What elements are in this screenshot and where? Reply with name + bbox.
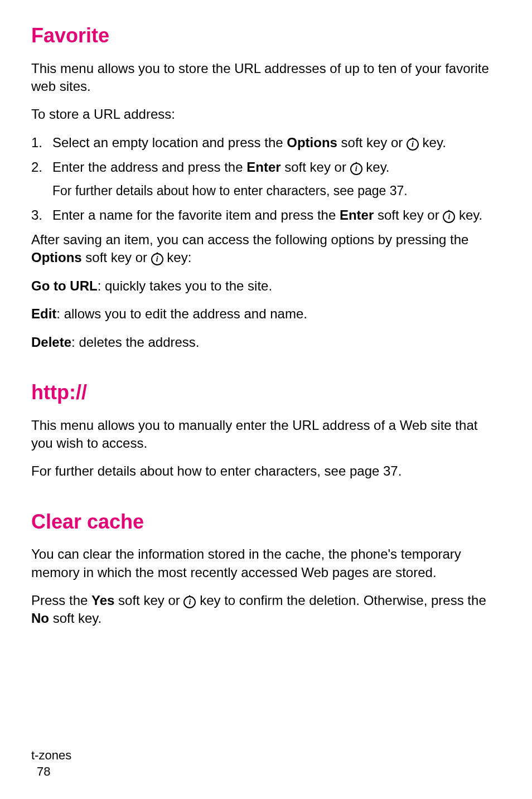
bold-options: Options bbox=[31, 250, 82, 265]
heading-clear-cache: Clear cache bbox=[31, 509, 501, 536]
favorite-intro: This menu allows you to store the URL ad… bbox=[31, 60, 501, 96]
option-desc: : deletes the address. bbox=[71, 335, 199, 350]
step-body: Enter a name for the favorite item and p… bbox=[52, 206, 501, 224]
clear-p1: You can clear the information stored in … bbox=[31, 545, 501, 582]
text: soft key or bbox=[281, 159, 350, 175]
text: Enter the address and press the bbox=[52, 159, 246, 175]
text: key: bbox=[163, 250, 192, 265]
clear-p2: Press the Yes soft key or i key to confi… bbox=[31, 592, 501, 628]
info-key-icon: i bbox=[151, 253, 163, 265]
step-body: Enter the address and press the Enter so… bbox=[52, 158, 501, 199]
step-body: Select an empty location and press the O… bbox=[52, 134, 501, 152]
step-1: 1. Select an empty location and press th… bbox=[31, 134, 501, 152]
text: soft key or bbox=[337, 135, 407, 150]
bold-enter: Enter bbox=[246, 159, 280, 175]
option-desc: : allows you to edit the address and nam… bbox=[56, 306, 307, 321]
step-3: 3. Enter a name for the favorite item an… bbox=[31, 206, 501, 224]
page-number: 78 bbox=[37, 763, 71, 780]
text: After saving an item, you can access the… bbox=[31, 232, 468, 247]
info-key-icon: i bbox=[350, 163, 362, 175]
option-edit: Edit: allows you to edit the address and… bbox=[31, 305, 501, 323]
text: soft key. bbox=[49, 611, 101, 626]
bold-yes: Yes bbox=[91, 593, 114, 608]
option-go-to-url: Go to URL: quickly takes you to the site… bbox=[31, 277, 501, 295]
option-label: Edit bbox=[31, 306, 56, 321]
text: key to confirm the deletion. Otherwise, … bbox=[196, 593, 486, 608]
option-desc: : quickly takes you to the site. bbox=[98, 278, 273, 293]
step-num: 1. bbox=[31, 134, 52, 152]
bold-options: Options bbox=[287, 135, 337, 150]
text: key. bbox=[362, 159, 390, 175]
http-p1: This menu allows you to manually enter t… bbox=[31, 417, 501, 453]
text: Enter a name for the favorite item and p… bbox=[52, 207, 340, 222]
info-key-icon: i bbox=[407, 138, 419, 151]
bold-enter: Enter bbox=[340, 207, 374, 222]
text: soft key or bbox=[82, 250, 151, 265]
text: Select an empty location and press the bbox=[52, 135, 287, 150]
text: key. bbox=[455, 207, 482, 222]
option-delete: Delete: deletes the address. bbox=[31, 333, 501, 351]
text: soft key or bbox=[114, 593, 183, 608]
footer-title: t-zones bbox=[31, 747, 71, 764]
text: Press the bbox=[31, 593, 91, 608]
heading-favorite: Favorite bbox=[31, 22, 501, 50]
info-key-icon: i bbox=[183, 596, 196, 608]
heading-http: http:// bbox=[31, 379, 501, 406]
info-key-icon: i bbox=[443, 211, 455, 223]
after-save: After saving an item, you can access the… bbox=[31, 231, 501, 267]
bold-no: No bbox=[31, 611, 49, 626]
step-note: For further details about how to enter c… bbox=[52, 182, 501, 200]
favorite-steps: 1. Select an empty location and press th… bbox=[31, 134, 501, 224]
step-2: 2. Enter the address and press the Enter… bbox=[31, 158, 501, 199]
favorite-lead: To store a URL address: bbox=[31, 105, 501, 123]
text: soft key or bbox=[374, 207, 443, 222]
option-label: Delete bbox=[31, 335, 71, 350]
option-label: Go to URL bbox=[31, 278, 98, 293]
text: key. bbox=[419, 135, 446, 150]
step-num: 2. bbox=[31, 158, 52, 199]
page-footer: t-zones 78 bbox=[31, 747, 71, 780]
step-num: 3. bbox=[31, 206, 52, 224]
http-p2: For further details about how to enter c… bbox=[31, 462, 501, 480]
